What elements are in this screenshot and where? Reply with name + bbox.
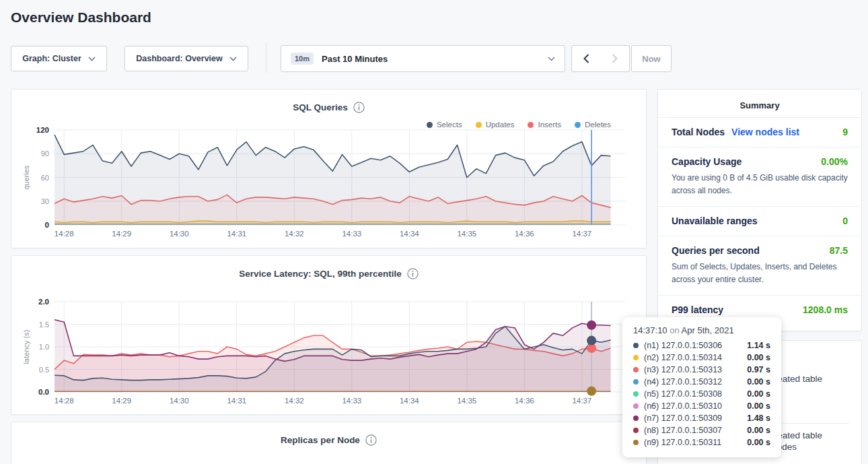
svg-text:90: 90 bbox=[41, 150, 49, 158]
svg-text:0.0: 0.0 bbox=[38, 388, 49, 396]
time-next-button[interactable] bbox=[600, 45, 630, 72]
svg-text:14:35: 14:35 bbox=[457, 230, 476, 238]
tooltip-row: (n5) 127.0.0.1:503080.00 s bbox=[633, 388, 770, 400]
legend-dot bbox=[427, 122, 433, 128]
summary-qps: Queries per second 87.5 Sum of Selects, … bbox=[658, 236, 861, 295]
capacity-value: 0.00% bbox=[821, 156, 848, 167]
svg-text:14:31: 14:31 bbox=[227, 397, 246, 405]
dashboard-dropdown-label: Dashboard: Overview bbox=[136, 54, 223, 63]
now-button[interactable]: Now bbox=[631, 45, 672, 72]
svg-text:1.0: 1.0 bbox=[39, 343, 49, 351]
svg-text:14:28: 14:28 bbox=[55, 230, 74, 238]
latency-chart[interactable]: 14:2814:2914:3014:3114:3214:3314:3414:35… bbox=[11, 256, 646, 414]
unavailable-ranges-value: 0 bbox=[842, 216, 848, 226]
series-dot bbox=[633, 403, 639, 409]
tooltip-row: (n2) 127.0.0.1:503140.00 s bbox=[633, 352, 770, 364]
svg-text:14:34: 14:34 bbox=[400, 230, 419, 238]
chart-title: SQL Queries bbox=[293, 102, 348, 112]
svg-text:14:28: 14:28 bbox=[55, 397, 74, 405]
p99-label: P99 latency bbox=[672, 304, 723, 315]
legend-item: Selects bbox=[427, 121, 462, 129]
tooltip-timestamp: 14:37:10 on Apr 5th, 2021 bbox=[633, 325, 770, 335]
svg-text:14:33: 14:33 bbox=[342, 230, 361, 238]
info-icon[interactable] bbox=[353, 102, 365, 113]
tooltip-row: (n1) 127.0.0.1:503061.14 s bbox=[633, 339, 770, 352]
graph-dropdown[interactable]: Graph: Cluster bbox=[11, 46, 107, 71]
svg-text:14:29: 14:29 bbox=[112, 230, 131, 238]
view-nodes-list-link[interactable]: View nodes list bbox=[731, 127, 799, 137]
qps-desc: Sum of Selects, Updates, Inserts, and De… bbox=[672, 261, 848, 286]
legend-dot bbox=[476, 122, 482, 128]
svg-text:60: 60 bbox=[41, 174, 49, 182]
dashboard-dropdown[interactable]: Dashboard: Overview bbox=[124, 46, 248, 71]
svg-text:2.0: 2.0 bbox=[38, 298, 49, 306]
svg-text:120: 120 bbox=[36, 126, 49, 134]
series-dot bbox=[633, 379, 639, 385]
time-range-label: Past 10 Minutes bbox=[322, 54, 540, 64]
time-range-badge: 10m bbox=[291, 53, 314, 65]
graph-dropdown-label: Graph: Cluster bbox=[22, 54, 81, 63]
svg-text:queries: queries bbox=[22, 165, 30, 190]
svg-text:30: 30 bbox=[41, 197, 49, 205]
svg-text:14:30: 14:30 bbox=[170, 397, 189, 405]
series-dot bbox=[633, 440, 639, 445]
tooltip-row: (n4) 127.0.0.1:503120.00 s bbox=[633, 376, 770, 388]
legend-item: Inserts bbox=[528, 121, 561, 129]
toolbar-divider bbox=[266, 43, 266, 73]
svg-text:1.5: 1.5 bbox=[39, 321, 49, 329]
chart-legend: SelectsUpdatesInsertsDeletes bbox=[427, 121, 611, 129]
time-prev-button[interactable] bbox=[571, 45, 601, 72]
service-latency-card: 14:2814:2914:3014:3114:3214:3314:3414:35… bbox=[11, 255, 647, 415]
page-title: Overview Dashboard bbox=[11, 9, 151, 26]
summary-unavailable-ranges: Unavailable ranges 0 bbox=[658, 206, 861, 236]
total-nodes-label: Total Nodes bbox=[672, 127, 725, 137]
p99-value: 1208.0 ms bbox=[803, 304, 848, 315]
series-dot bbox=[633, 428, 639, 433]
series-dot bbox=[633, 367, 639, 372]
chevron-right-icon bbox=[612, 54, 618, 63]
series-dot bbox=[633, 391, 639, 397]
svg-text:14:36: 14:36 bbox=[515, 397, 534, 405]
svg-text:14:32: 14:32 bbox=[285, 397, 304, 405]
svg-text:14:36: 14:36 bbox=[515, 230, 534, 238]
svg-text:14:37: 14:37 bbox=[572, 397, 591, 405]
capacity-desc: You are using 0 B of 4.5 GiB usable disk… bbox=[672, 172, 848, 197]
info-icon[interactable] bbox=[407, 268, 419, 279]
svg-text:14:37: 14:37 bbox=[572, 230, 591, 238]
legend-dot bbox=[575, 122, 581, 128]
tooltip-row: (n8) 127.0.0.1:503070.00 s bbox=[633, 424, 770, 436]
svg-text:0: 0 bbox=[45, 221, 49, 229]
tooltip-row: (n6) 127.0.0.1:503100.00 s bbox=[633, 400, 770, 412]
chevron-down-icon bbox=[229, 57, 237, 61]
series-dot bbox=[633, 343, 639, 348]
qps-label: Queries per second bbox=[672, 245, 760, 256]
svg-text:latency (s): latency (s) bbox=[22, 330, 30, 364]
time-range-picker[interactable]: 10m Past 10 Minutes bbox=[281, 45, 565, 72]
sql-queries-chart[interactable]: 14:2814:2914:3014:3114:3214:3314:3414:35… bbox=[11, 90, 646, 248]
chevron-down-icon bbox=[88, 57, 96, 61]
legend-item: Deletes bbox=[575, 121, 611, 129]
tooltip-row: (n7) 127.0.0.1:503091.48 s bbox=[633, 412, 770, 424]
svg-text:14:33: 14:33 bbox=[342, 397, 361, 405]
summary-panel: Summary Total Nodes View nodes list 9 Ca… bbox=[657, 89, 862, 331]
chart-hover-tooltip: 14:37:10 on Apr 5th, 2021 (n1) 127.0.0.1… bbox=[622, 317, 781, 457]
svg-text:14:31: 14:31 bbox=[227, 230, 246, 238]
qps-value: 87.5 bbox=[830, 245, 848, 256]
replicas-card: Replicas per Node bbox=[11, 422, 647, 464]
tooltip-row: (n9) 127.0.0.1:503110.00 s bbox=[633, 436, 770, 449]
summary-capacity: Capacity Usage 0.00% You are using 0 B o… bbox=[658, 147, 861, 206]
summary-title: Summary bbox=[658, 90, 861, 117]
info-icon[interactable] bbox=[365, 434, 377, 446]
total-nodes-value: 9 bbox=[842, 127, 848, 137]
summary-total-nodes: Total Nodes View nodes list 9 bbox=[658, 117, 861, 147]
tooltip-rows: (n1) 127.0.0.1:503061.14 s(n2) 127.0.0.1… bbox=[633, 339, 770, 449]
svg-text:14:32: 14:32 bbox=[285, 230, 304, 238]
legend-item: Updates bbox=[476, 121, 515, 129]
legend-dot bbox=[528, 122, 534, 128]
sql-queries-card: 14:2814:2914:3014:3114:3214:3314:3414:35… bbox=[11, 89, 647, 248]
svg-text:14:29: 14:29 bbox=[112, 397, 131, 405]
svg-text:0.5: 0.5 bbox=[39, 366, 49, 374]
svg-text:14:34: 14:34 bbox=[400, 397, 419, 405]
chevron-left-icon bbox=[583, 54, 589, 63]
tooltip-row: (n3) 127.0.0.1:503130.97 s bbox=[633, 364, 770, 376]
